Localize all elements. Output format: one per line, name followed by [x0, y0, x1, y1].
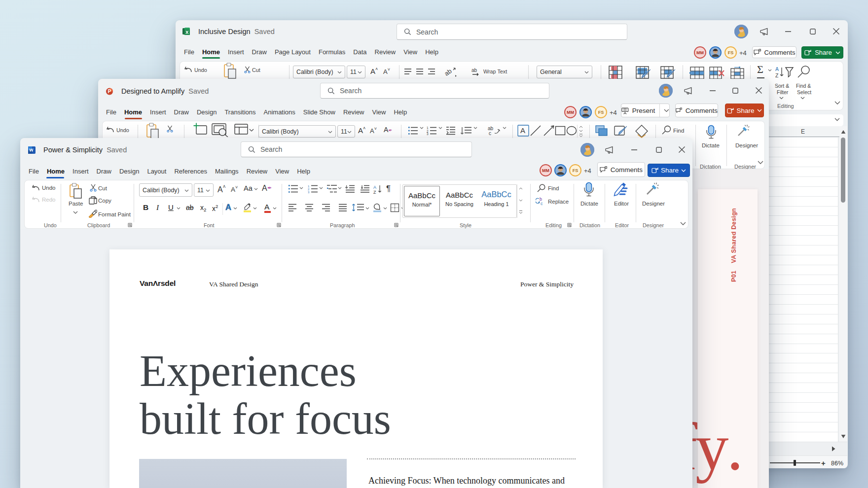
svg-text:A: A [520, 126, 525, 135]
svg-text:c: c [489, 131, 491, 136]
svg-text:c: c [541, 201, 543, 206]
svg-text:ab: ab [444, 67, 453, 77]
svg-text:Z: Z [373, 190, 376, 194]
svg-text:Z: Z [775, 72, 779, 78]
svg-text:1: 1 [308, 185, 310, 188]
svg-text:P: P [108, 89, 111, 94]
svg-text:3: 3 [308, 191, 310, 193]
svg-text:A: A [775, 66, 779, 72]
svg-text:A: A [373, 185, 376, 190]
svg-text:ab: ab [471, 68, 477, 73]
svg-text:3: 3 [427, 132, 429, 135]
